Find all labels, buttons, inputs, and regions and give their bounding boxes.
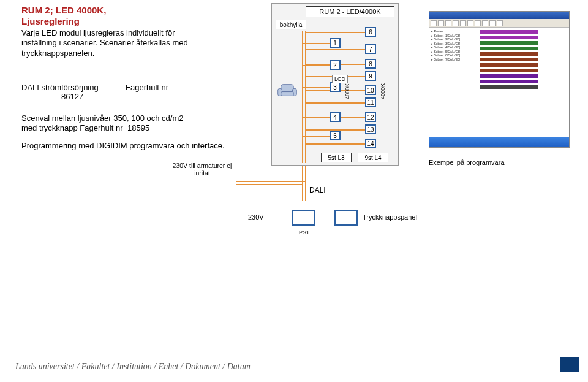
ps1-label: PS1 bbox=[299, 229, 309, 235]
dali-number: 86127 bbox=[21, 92, 126, 101]
diagram-box-12: 12 bbox=[365, 112, 376, 122]
software-taskbar bbox=[429, 137, 569, 147]
note-230v: 230V till armaturer ej inritat bbox=[168, 162, 236, 177]
diagram-box-7: 7 bbox=[365, 44, 376, 54]
heading-paragraph: Varje LED modul ljusregleras individuell… bbox=[21, 28, 205, 58]
software-chart bbox=[477, 28, 569, 137]
diagram-bottom-right: 9st L4 bbox=[358, 153, 388, 162]
svg-rect-0 bbox=[281, 85, 293, 92]
diagram-box-9: 9 bbox=[365, 71, 376, 81]
wire-vertical-1 bbox=[302, 166, 303, 201]
diagram-box-11: 11 bbox=[365, 97, 376, 107]
panel-label: Tryckknappspanel bbox=[363, 213, 417, 221]
software-toolbar bbox=[429, 19, 569, 28]
diagram-box-1: 1 bbox=[330, 38, 341, 48]
room-diagram: RUM 2 - LED/4000K bokhylla 1 2 3 4 5 6 7… bbox=[271, 3, 399, 166]
diagram-box-5: 5 bbox=[330, 131, 341, 140]
software-titlebar bbox=[429, 12, 569, 19]
scenval-line2a: med tryckknapp Fagerhult nr bbox=[21, 123, 123, 132]
programming-block: Programmering med DIGIDIM programvara oc… bbox=[21, 141, 236, 151]
heading-block: RUM 2; LED 4000K, Ljusreglering Varje LE… bbox=[21, 5, 205, 58]
diagram-box-4: 4 bbox=[330, 112, 341, 122]
title-line-2: Ljusreglering bbox=[21, 16, 205, 27]
wire-horizontal-2 bbox=[236, 181, 305, 182]
dali-supplier: Fagerhult nr bbox=[126, 83, 187, 92]
label-230v: 230V bbox=[248, 213, 264, 221]
dali-bus-label: DALI bbox=[309, 186, 326, 194]
diagram-vlabel-left: 4000K bbox=[344, 83, 350, 99]
diagram-lcd: LCD bbox=[332, 75, 348, 83]
diagram-bottom-left: 5st L3 bbox=[321, 153, 352, 162]
scene-selection-block: Scenval mellan ljusnivåer 350, 100 och c… bbox=[21, 113, 236, 134]
dali-label: DALI strömförsörjning bbox=[21, 83, 126, 92]
footer-text: Lunds universitet / Fakultet / Instituti… bbox=[15, 362, 251, 372]
tree-item: Subnet [7/DALI/E3] bbox=[431, 58, 475, 62]
armchair-icon bbox=[277, 82, 298, 98]
software-screenshot: Router Subnet [1/DALI/E3] Subnet [2/DALI… bbox=[429, 11, 570, 148]
wire-horizontal-1 bbox=[236, 184, 303, 185]
footer-accent bbox=[560, 357, 579, 372]
software-tree: Router Subnet [1/DALI/E3] Subnet [2/DALI… bbox=[429, 28, 477, 137]
software-caption: Exempel på programvara bbox=[429, 159, 505, 166]
ps1-box bbox=[292, 210, 315, 226]
scenval-number: 18595 bbox=[125, 123, 149, 133]
footer-divider bbox=[15, 356, 564, 356]
svg-rect-3 bbox=[281, 92, 293, 96]
scenval-line1: Scenval mellan ljusnivåer 350, 100 och c… bbox=[21, 113, 236, 123]
diagram-title: RUM 2 - LED/4000K bbox=[306, 6, 394, 17]
diagram-box-13: 13 bbox=[365, 124, 376, 134]
diagram-box-2: 2 bbox=[330, 60, 341, 70]
dali-power-block: DALI strömförsörjning Fagerhult nr 86127 bbox=[21, 83, 236, 101]
diagram-box-14: 14 bbox=[365, 139, 376, 148]
wire-vertical-2 bbox=[305, 166, 306, 201]
panel-box bbox=[334, 210, 358, 226]
diagram-box-6: 6 bbox=[365, 27, 376, 37]
diagram-box-8: 8 bbox=[365, 59, 376, 69]
diagram-vlabel-right: 4000K bbox=[380, 83, 386, 99]
title-line-1: RUM 2; LED 4000K, bbox=[21, 5, 205, 16]
diagram-box-10: 10 bbox=[365, 85, 376, 95]
diagram-box-3: 3 bbox=[330, 82, 341, 92]
lower-schematic: 230V PS1 Tryckknappspanel bbox=[251, 208, 417, 239]
diagram-bookshelf: bokhylla bbox=[276, 20, 306, 29]
